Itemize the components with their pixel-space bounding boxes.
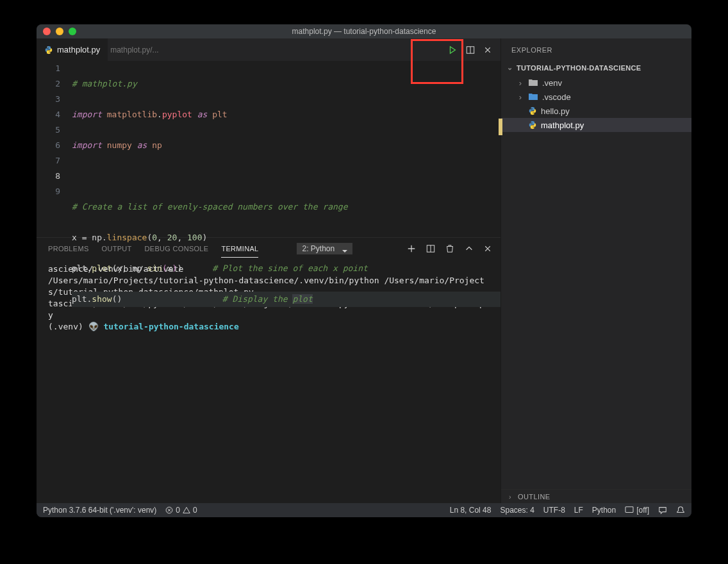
sidebar: EXPLORER ⌄ TUTORIAL-PYTHON-DATASCIENCE ›…: [500, 38, 691, 503]
file-mathplot[interactable]: mathplot.py: [501, 118, 691, 132]
panel-tabs: PROBLEMS OUTPUT DEBUG CONSOLE TERMINAL 2…: [37, 238, 500, 260]
status-cursor[interactable]: Ln 8, Col 48: [450, 506, 492, 515]
status-eol[interactable]: LF: [574, 506, 583, 515]
file-tab[interactable]: mathplot.py: [37, 38, 108, 61]
editor-column: mathplot.py mathplot.py/...: [37, 38, 500, 503]
split-editor-icon[interactable]: [466, 46, 475, 54]
breadcrumb[interactable]: mathplot.py/...: [108, 38, 158, 61]
chevron-right-icon: ›: [517, 92, 524, 102]
status-python-interpreter[interactable]: Python 3.7.6 64-bit ('.venv': venv): [43, 506, 156, 515]
svg-point-1: [49, 53, 50, 53]
feedback-icon[interactable]: [658, 506, 667, 515]
project-header[interactable]: ⌄ TUTORIAL-PYTHON-DATASCIENCE: [501, 61, 691, 74]
body: mathplot.py mathplot.py/...: [37, 38, 691, 503]
tab-debug-console[interactable]: DEBUG CONSOLE: [145, 245, 209, 253]
line-numbers: 1 2 3 4 5 6 7 8 9: [37, 61, 72, 237]
file-hello[interactable]: hello.py: [501, 104, 691, 118]
close-panel-icon[interactable]: [484, 245, 492, 253]
python-file-icon: [528, 120, 537, 129]
editor-actions: [448, 38, 498, 61]
code-content[interactable]: # mathplot.py import matplotlib.pyplot a…: [72, 61, 500, 237]
python-file-icon: [44, 46, 53, 54]
git-gutter-indicator: [499, 119, 502, 135]
chevron-right-icon: ›: [517, 78, 524, 88]
code-editor[interactable]: 1 2 3 4 5 6 7 8 9 # mathplot.py import m…: [37, 61, 500, 237]
svg-rect-7: [625, 507, 633, 513]
tab-terminal[interactable]: TERMINAL: [221, 245, 258, 258]
run-icon[interactable]: [448, 46, 457, 54]
python-file-icon: [528, 106, 537, 115]
file-tree: › .venv › .vscode hello.py mathplot.py: [501, 74, 691, 489]
tab-problems[interactable]: PROBLEMS: [48, 245, 89, 253]
explorer-title: EXPLORER: [501, 38, 691, 61]
close-editor-icon[interactable]: [484, 46, 492, 54]
status-screencast[interactable]: [off]: [625, 506, 649, 515]
notifications-icon[interactable]: [676, 506, 685, 515]
status-encoding[interactable]: UTF-8: [543, 506, 565, 515]
vscode-window: mathplot.py — tutorial-python-datascienc…: [37, 24, 691, 517]
status-indent[interactable]: Spaces: 4: [500, 506, 534, 515]
split-terminal-icon[interactable]: [426, 244, 435, 253]
folder-icon: [528, 92, 538, 101]
terminal-select[interactable]: 2: Python: [271, 244, 352, 253]
folder-venv[interactable]: › .venv: [501, 76, 691, 90]
tab-output[interactable]: OUTPUT: [102, 245, 132, 253]
status-problems[interactable]: 0 0: [165, 506, 197, 515]
maximize-panel-icon[interactable]: [465, 244, 474, 253]
titlebar: mathplot.py — tutorial-python-datascienc…: [37, 24, 691, 38]
status-bar: Python 3.7.6 64-bit ('.venv': venv) 0 0 …: [37, 503, 691, 517]
svg-point-0: [47, 46, 48, 47]
new-terminal-icon[interactable]: [407, 244, 416, 253]
kill-terminal-icon[interactable]: [445, 244, 454, 253]
chevron-right-icon: ›: [506, 493, 514, 501]
folder-vscode[interactable]: › .vscode: [501, 90, 691, 104]
window-title: mathplot.py — tutorial-python-datascienc…: [37, 27, 691, 36]
outline-header[interactable]: › OUTLINE: [501, 489, 691, 503]
file-tab-label: mathplot.py: [57, 45, 100, 54]
chevron-down-icon: ⌄: [506, 63, 514, 72]
status-language[interactable]: Python: [592, 506, 616, 515]
editor-tabs: mathplot.py mathplot.py/...: [37, 38, 500, 61]
folder-icon: [528, 78, 538, 87]
